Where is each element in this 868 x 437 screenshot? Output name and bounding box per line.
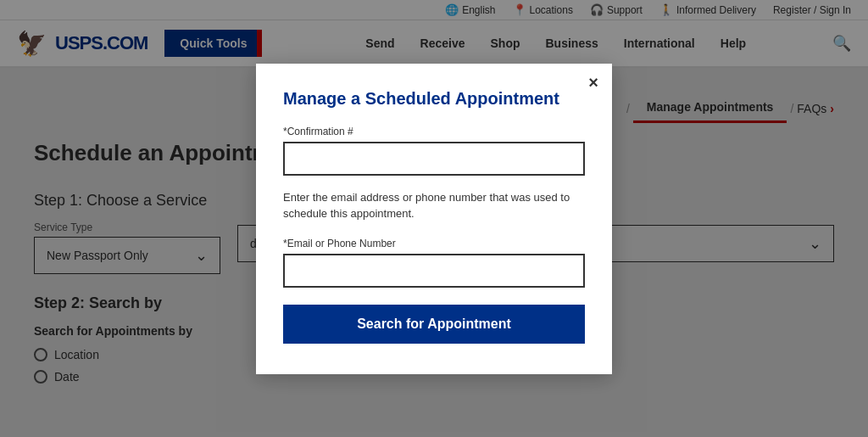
email-phone-input[interactable] xyxy=(283,254,585,288)
modal-overlay: × Manage a Scheduled Appointment *Confir… xyxy=(0,0,868,437)
search-for-appointment-button[interactable]: Search for Appointment xyxy=(283,305,585,344)
modal-title: Manage a Scheduled Appointment xyxy=(283,89,585,109)
confirmation-input[interactable] xyxy=(283,142,585,176)
modal-close-button[interactable]: × xyxy=(588,74,598,91)
confirmation-label: *Confirmation # xyxy=(283,126,585,137)
modal-dialog: × Manage a Scheduled Appointment *Confir… xyxy=(256,64,612,374)
modal-description: Enter the email address or phone number … xyxy=(283,189,585,222)
email-phone-label: *Email or Phone Number xyxy=(283,238,585,249)
